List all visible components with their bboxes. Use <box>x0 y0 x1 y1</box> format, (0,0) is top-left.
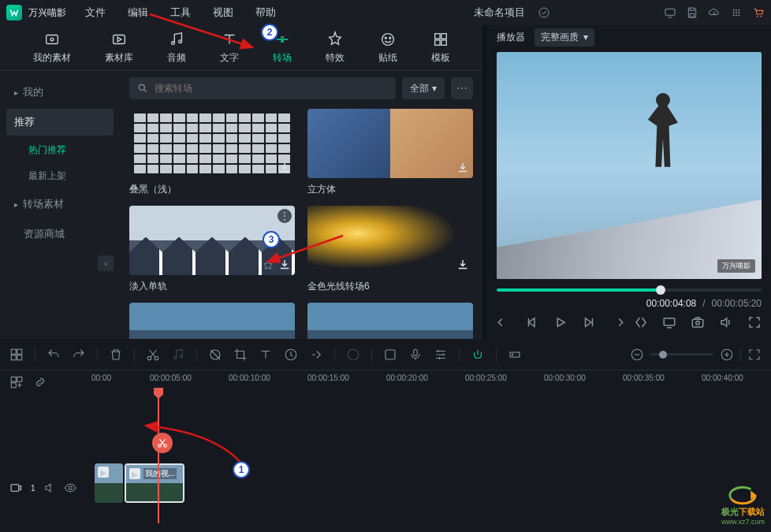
sidebar-store[interactable]: 资源商城 <box>0 219 120 249</box>
sidebar-recommend[interactable]: 推荐 <box>6 109 114 136</box>
svg-rect-51 <box>17 377 22 381</box>
mic-icon[interactable] <box>408 348 423 362</box>
svg-rect-35 <box>11 355 16 359</box>
zoom-out-icon[interactable] <box>630 348 644 362</box>
link-icon[interactable] <box>33 375 47 389</box>
sidebar-my[interactable]: 我的 <box>0 77 120 107</box>
cat-my-assets[interactable]: 我的素材 <box>33 31 71 65</box>
cat-effects[interactable]: 特效 <box>326 31 345 65</box>
search-input[interactable] <box>155 83 388 94</box>
filter-select[interactable]: 全部▾ <box>402 77 445 99</box>
menu-view[interactable]: 视图 <box>213 6 233 20</box>
keyframe-icon[interactable] <box>508 348 522 362</box>
sidebar-trans-assets[interactable]: 转场素材 <box>0 189 120 219</box>
crop-icon[interactable] <box>233 348 248 362</box>
asset-card[interactable]: 叠黑（浅） <box>129 109 295 196</box>
timeline-ruler[interactable]: 00:00 00:00:05:00 00:00:10:00 00:00:15:0… <box>87 370 771 389</box>
svg-marker-16 <box>117 37 121 42</box>
fit-icon[interactable] <box>747 348 762 362</box>
timeline-clip[interactable]: ▸ <box>95 463 123 503</box>
prev-frame-button[interactable] <box>525 315 539 329</box>
svg-point-3 <box>736 9 737 11</box>
download-icon[interactable] <box>277 161 292 175</box>
svg-rect-13 <box>46 35 58 44</box>
svg-point-14 <box>50 38 54 41</box>
magnet-icon[interactable] <box>471 348 485 362</box>
snapshot-icon[interactable] <box>691 315 705 329</box>
download-icon[interactable] <box>456 258 470 272</box>
color-icon[interactable] <box>346 348 360 362</box>
zoom-in-icon[interactable] <box>720 348 734 362</box>
marker-icon[interactable] <box>208 348 222 362</box>
next-frame-button[interactable] <box>582 315 596 329</box>
sidebar-latest[interactable]: 最新上架 <box>0 163 120 189</box>
visibility-icon[interactable] <box>64 481 77 495</box>
svg-rect-53 <box>11 485 19 491</box>
cat-stickers[interactable]: 贴纸 <box>378 31 397 65</box>
check-icon[interactable] <box>538 6 550 19</box>
search-box[interactable] <box>129 77 396 99</box>
mute-icon[interactable] <box>43 481 57 495</box>
asset-card[interactable]: ⋮ 淡入单轨 <box>129 206 295 293</box>
text-tool-icon[interactable] <box>259 348 273 362</box>
layout-icon[interactable] <box>9 348 24 362</box>
menu-help[interactable]: 帮助 <box>255 6 276 20</box>
asset-label: 叠黑（浅） <box>129 183 295 196</box>
collapse-sidebar-button[interactable]: ‹ <box>98 255 114 271</box>
cat-templates[interactable]: 模板 <box>431 31 450 65</box>
quality-select[interactable]: 完整画质▾ <box>534 28 594 47</box>
playhead[interactable] <box>158 389 159 523</box>
skip-icon[interactable] <box>309 348 323 362</box>
cut-icon[interactable] <box>146 348 160 362</box>
download-icon[interactable] <box>277 258 292 272</box>
asset-card[interactable] <box>307 303 473 339</box>
player-progress[interactable] <box>497 288 762 292</box>
cart-icon[interactable] <box>752 6 765 19</box>
asset-more-icon[interactable]: ⋮ <box>277 209 292 223</box>
track-add-icon[interactable] <box>9 375 24 389</box>
player-title: 播放器 <box>497 31 525 44</box>
menu-edit[interactable]: 编辑 <box>128 6 148 20</box>
menu-tools[interactable]: 工具 <box>170 6 191 20</box>
end-button[interactable] <box>610 315 624 329</box>
stop-button[interactable] <box>497 315 511 329</box>
svg-rect-23 <box>441 34 445 39</box>
speed-icon[interactable] <box>284 348 298 362</box>
favorite-icon[interactable] <box>262 259 274 272</box>
footer-watermark: 极光下载站 www.xz7.com <box>721 482 765 526</box>
cloud-icon[interactable] <box>708 6 721 19</box>
sidebar-hot[interactable]: 热门推荐 <box>0 137 120 163</box>
download-icon[interactable] <box>456 161 470 175</box>
cat-library[interactable]: 素材库 <box>105 31 133 65</box>
play-button[interactable] <box>553 315 568 329</box>
player-preview[interactable]: 万兴喵影 <box>497 52 762 279</box>
delete-icon[interactable] <box>109 348 123 362</box>
crop-display-icon[interactable] <box>634 315 648 329</box>
volume-icon[interactable] <box>719 315 733 329</box>
adjust-icon[interactable] <box>434 348 448 362</box>
save-icon[interactable] <box>686 6 698 19</box>
display-icon[interactable] <box>662 315 676 329</box>
menu-file[interactable]: 文件 <box>85 6 106 20</box>
asset-label: 金色光线转场6 <box>307 280 473 293</box>
asset-card[interactable]: 金色光线转场6 <box>307 206 473 293</box>
monitor-icon[interactable] <box>664 6 676 19</box>
fullscreen-icon[interactable] <box>747 315 762 329</box>
asset-card[interactable]: 立方体 <box>307 109 473 196</box>
cat-audio[interactable]: 音频 <box>167 31 186 65</box>
more-button[interactable]: ⋯ <box>451 77 473 99</box>
redo-icon[interactable] <box>72 348 86 362</box>
timeline-clip-selected[interactable]: ▸我的视... <box>125 463 184 503</box>
zoom-slider[interactable] <box>650 353 713 355</box>
asset-label: 立方体 <box>307 183 473 196</box>
grid-icon[interactable] <box>730 6 743 19</box>
timeline-tracks[interactable]: ▸ ▸我的视... <box>87 389 771 523</box>
music-icon[interactable] <box>171 348 185 362</box>
cat-transition[interactable]: 转场 <box>273 31 292 65</box>
mask-icon[interactable] <box>383 348 397 362</box>
cat-text[interactable]: 文字 <box>220 31 239 65</box>
svg-point-47 <box>512 354 513 355</box>
cut-marker[interactable] <box>152 433 173 453</box>
asset-card[interactable] <box>129 303 295 339</box>
undo-icon[interactable] <box>47 348 61 362</box>
